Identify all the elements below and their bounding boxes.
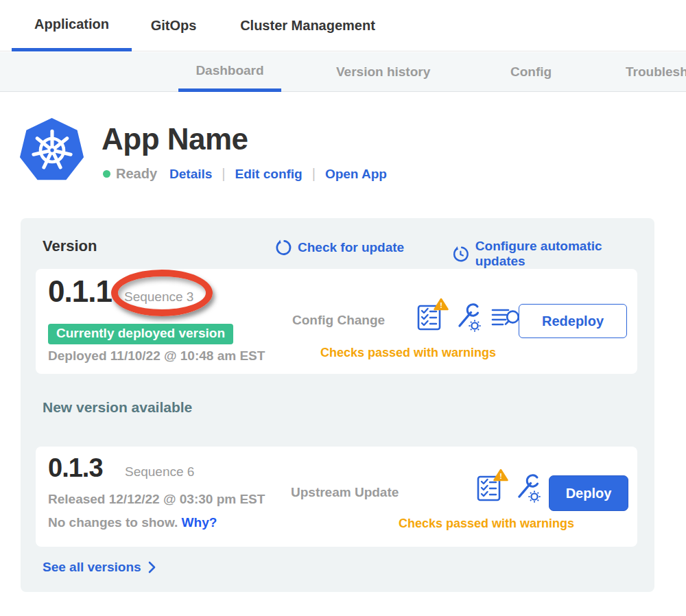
edit-config-icon-button[interactable]: [454, 302, 482, 332]
tab-cluster-management[interactable]: Cluster Management: [224, 0, 392, 51]
current-version-icons: !: [417, 302, 519, 332]
tab-application[interactable]: Application: [12, 0, 132, 51]
new-version-heading: New version available: [43, 399, 192, 416]
available-version-sequence: Sequence 6: [125, 464, 194, 479]
svg-text:!: !: [440, 301, 442, 309]
deployed-timestamp: Deployed 11/10/22 @ 10:48 am EST: [48, 348, 265, 364]
currently-deployed-badge: Currently deployed version: [48, 324, 233, 344]
kubernetes-logo: [19, 118, 84, 182]
subtab-dashboard[interactable]: Dashboard: [178, 52, 281, 92]
status-badge: Ready: [116, 166, 157, 182]
wrench-gear-icon: [514, 473, 541, 503]
available-version-icons: !: [477, 473, 541, 503]
current-version-card: 0.1.1 Sequence 3 Currently deployed vers…: [36, 269, 637, 374]
see-all-versions-link[interactable]: See all versions: [43, 560, 156, 575]
preflight-checks-icon-button[interactable]: !: [477, 473, 504, 503]
kubernetes-helm-wheel-icon: [27, 126, 77, 175]
version-heading: Version: [43, 237, 97, 255]
changes-note: No changes to show. Why?: [48, 515, 217, 530]
details-link[interactable]: Details: [169, 167, 212, 182]
redeploy-button[interactable]: Redeploy: [519, 304, 627, 338]
top-nav: Application GitOps Cluster Management: [0, 0, 686, 51]
deploy-button[interactable]: Deploy: [549, 475, 628, 511]
page-title: App Name: [102, 122, 248, 156]
diff-search-icon: [491, 305, 520, 333]
released-timestamp: Released 12/12/22 @ 03:30 pm EST: [48, 492, 265, 507]
subtab-troubleshoot[interactable]: Troubleshoot: [626, 52, 686, 92]
current-version-sequence: Sequence 3: [124, 289, 193, 305]
admin-console-page: Application GitOps Cluster Management Da…: [0, 0, 686, 616]
divider: |: [312, 166, 316, 182]
change-type-label: Upstream Update: [291, 485, 399, 500]
divider: |: [222, 166, 225, 182]
app-status-row: Ready Details | Edit config | Open App: [103, 166, 387, 182]
edit-config-link[interactable]: Edit config: [235, 167, 303, 182]
checks-status-text: Checks passed with warnings: [309, 346, 508, 360]
edit-config-icon-button[interactable]: [514, 473, 541, 503]
open-app-link[interactable]: Open App: [325, 167, 387, 182]
status-dot: [103, 170, 110, 178]
wrench-gear-icon: [454, 302, 482, 332]
current-version-number: 0.1.1: [48, 274, 112, 309]
version-panel: Version Check for update Configure autom…: [21, 218, 654, 592]
sub-nav: Dashboard Version history Config Trouble…: [0, 52, 686, 92]
svg-text:!: !: [499, 472, 502, 480]
warning-triangle-icon: !: [493, 469, 508, 482]
warning-triangle-icon: !: [434, 298, 449, 311]
why-link[interactable]: Why?: [182, 515, 217, 530]
configure-automatic-updates-link[interactable]: Configure automatic updates: [451, 239, 654, 269]
clock-refresh-icon: [451, 245, 470, 263]
tab-gitops[interactable]: GitOps: [139, 0, 208, 51]
check-for-update-link[interactable]: Check for update: [274, 239, 404, 257]
available-version-number: 0.1.3: [48, 453, 103, 483]
change-type-label: Config Change: [292, 313, 385, 328]
view-files-icon-button[interactable]: [491, 302, 519, 332]
checks-status-text: Checks passed with warnings: [397, 517, 576, 531]
preflight-checks-icon-button[interactable]: !: [417, 302, 445, 332]
subtab-config[interactable]: Config: [510, 52, 552, 92]
subtab-version-history[interactable]: Version history: [336, 52, 430, 92]
available-version-card: 0.1.3 Sequence 6 Released 12/12/22 @ 03:…: [36, 447, 637, 547]
refresh-icon: [274, 239, 292, 257]
chevron-right-icon: [148, 561, 156, 573]
